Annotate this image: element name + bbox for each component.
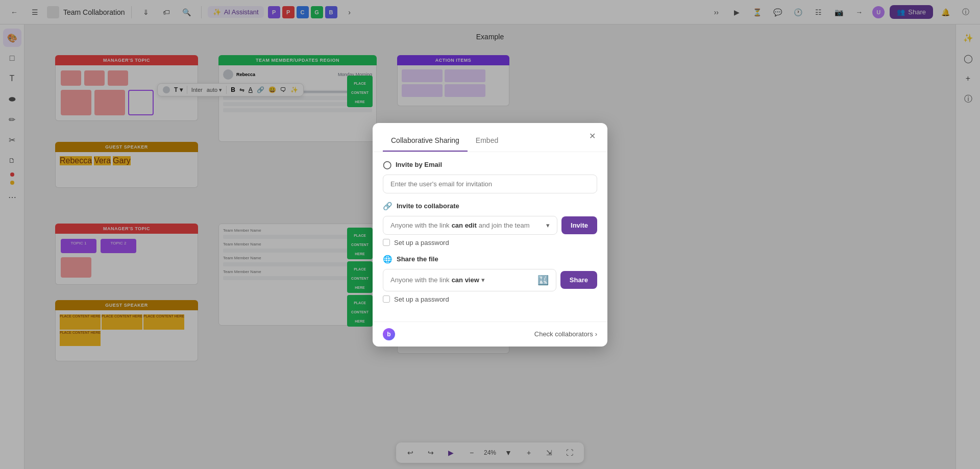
check-collaborators-link[interactable]: Check collaborators › [534, 330, 597, 338]
tab-embed[interactable]: Embed [468, 131, 506, 152]
tab-collaborative-sharing[interactable]: Collaborative Sharing [383, 131, 468, 152]
share-permission: can view [452, 276, 479, 284]
share-caret[interactable]: ▾ [481, 276, 485, 284]
invite-collab-label: Invite to collaborate [397, 202, 459, 210]
email-icon: ◯ [383, 160, 391, 169]
collab-caret[interactable]: ▾ [546, 221, 550, 229]
collab-link-input[interactable]: Anyone with the link can edit and join t… [383, 216, 557, 235]
password-checkbox-row-1: Set up a password [383, 239, 597, 246]
collab-prefix: Anyone with the link [390, 221, 450, 229]
modal-body: ◯ Invite by Email 🔗 Invite to collaborat… [373, 152, 607, 322]
password-checkbox-2[interactable] [383, 295, 390, 303]
share-link-input[interactable]: Anyone with the link can view ▾ 🔣 [383, 269, 556, 291]
share-file-row: Anyone with the link can view ▾ 🔣 Share [383, 269, 597, 291]
check-collab-arrow: › [595, 330, 597, 338]
link-icon: 🔗 [383, 202, 393, 211]
footer-logo: b [383, 328, 395, 340]
modal-header: Collaborative Sharing Embed ✕ [373, 123, 607, 152]
password-checkbox-row-2: Set up a password [383, 295, 597, 303]
modal-tabs: Collaborative Sharing Embed [383, 131, 506, 152]
modal-overlay: Collaborative Sharing Embed ✕ ◯ Invite b… [0, 0, 980, 469]
invite-email-section-title: ◯ Invite by Email [383, 160, 597, 169]
email-input[interactable] [383, 175, 597, 193]
footer-logo-text: b [387, 331, 390, 338]
password-label-1: Set up a password [394, 239, 449, 246]
invite-email-label: Invite by Email [396, 161, 442, 168]
check-collab-text: Check collaborators [534, 330, 593, 338]
password-label-2: Set up a password [394, 295, 449, 303]
modal-close-button[interactable]: ✕ [585, 129, 599, 143]
collaborative-sharing-modal: Collaborative Sharing Embed ✕ ◯ Invite b… [373, 123, 607, 347]
invite-collab-row: Anyone with the link can edit and join t… [383, 216, 597, 235]
globe-icon: 🌐 [383, 255, 393, 264]
share-file-section-title: 🌐 Share the file [383, 255, 597, 264]
invite-button[interactable]: Invite [561, 216, 597, 234]
share-file-button[interactable]: Share [560, 271, 597, 289]
share-file-label: Share the file [397, 255, 438, 263]
share-prefix: Anyone with the link [390, 276, 450, 284]
collab-suffix: and join the team [479, 221, 530, 229]
modal-footer: b Check collaborators › [373, 322, 607, 347]
qr-icon[interactable]: 🔣 [537, 275, 549, 286]
invite-collab-section-title: 🔗 Invite to collaborate [383, 202, 597, 211]
password-checkbox-1[interactable] [383, 239, 390, 246]
collab-permission: can edit [452, 221, 477, 229]
